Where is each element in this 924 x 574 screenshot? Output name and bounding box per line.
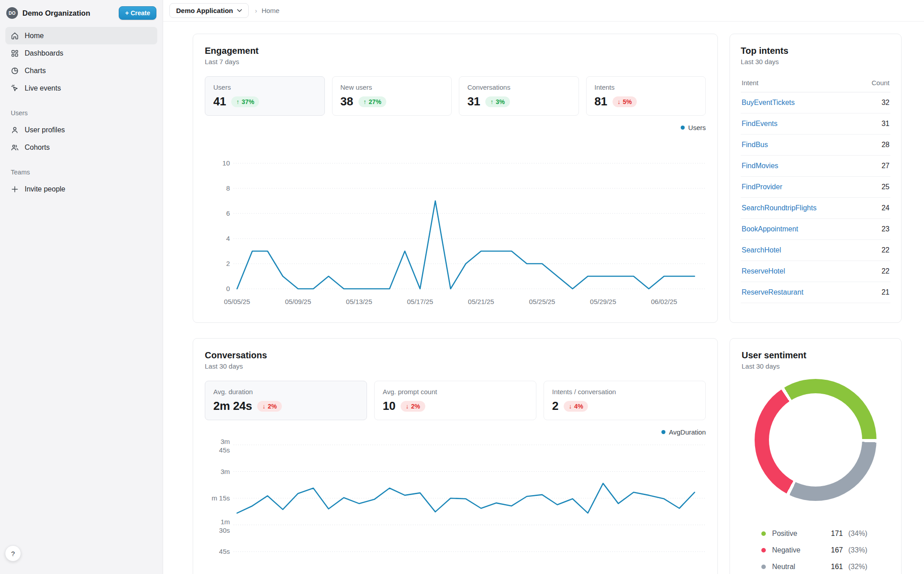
card-title: User sentiment	[742, 350, 889, 361]
intent-link[interactable]: SearchRoundtripFlights	[741, 198, 860, 219]
chevron-right-icon: ›	[255, 7, 257, 14]
legend-label: AvgDuration	[669, 428, 706, 436]
stat-delta-badge: ↑27%	[358, 96, 386, 107]
user-sentiment-card: User sentiment Last 30 days Positive 171…	[730, 338, 902, 574]
dashboards-icon	[11, 49, 19, 57]
legend-dot-icon	[681, 126, 685, 130]
sidebar-item-label: User profiles	[25, 126, 65, 134]
sidebar-item-cohorts[interactable]: Cohorts	[5, 139, 157, 156]
chevron-down-icon	[237, 9, 242, 12]
positive-dot-icon	[761, 531, 766, 536]
negative-dot-icon	[761, 548, 766, 552]
stat-label: Intents / conversation	[552, 388, 697, 396]
svg-text:10: 10	[222, 159, 230, 167]
intent-link[interactable]: ReserveRestaurant	[741, 282, 860, 303]
stat-label: Avg. duration	[213, 388, 358, 396]
arrow-down-icon: ↓	[406, 403, 409, 410]
sidebar-section-teams: Teams	[0, 157, 163, 179]
app-switcher[interactable]: Demo Application	[169, 3, 249, 18]
stat-delta-badge: ↓5%	[613, 96, 637, 107]
live-events-icon	[11, 84, 19, 92]
create-button[interactable]: + Create	[119, 6, 156, 20]
legend-item-neutral: Neutral 161 (32%)	[761, 558, 881, 574]
stat-tile-intents-per-conversation[interactable]: Intents / conversation 2 ↓4%	[544, 381, 706, 420]
top-bar: Demo Application › Home	[163, 0, 924, 22]
svg-text:05/05/25: 05/05/25	[224, 298, 250, 304]
legend-percent: (33%)	[848, 546, 881, 554]
svg-text:05/13/25: 05/13/25	[346, 298, 372, 304]
svg-text:05/09/25: 05/09/25	[285, 298, 311, 304]
donut-hole	[769, 393, 862, 487]
org-row: DO Demo Organization + Create	[0, 4, 163, 26]
top-intents-card: Top intents Last 30 days Intent Count Bu…	[730, 34, 902, 323]
sidebar-item-live-events[interactable]: Live events	[5, 79, 157, 97]
svg-text:8: 8	[226, 184, 230, 192]
svg-text:06/02/25: 06/02/25	[651, 298, 677, 304]
sidebar-item-user-profiles[interactable]: User profiles	[5, 121, 157, 139]
arrow-up-icon: ↑	[363, 98, 367, 105]
svg-text:3m: 3m	[220, 468, 230, 475]
sidebar: DO Demo Organization + Create Home Dashb…	[0, 0, 163, 574]
home-icon	[11, 32, 19, 40]
engagement-card: Engagement Last 7 days Users 41 ↑37% New…	[193, 34, 718, 323]
sidebar-item-charts[interactable]: Charts	[5, 62, 157, 79]
intent-link[interactable]: BuyEventTickets	[741, 92, 860, 113]
table-row: FindProvider25	[741, 177, 890, 198]
stat-delta-badge: ↓4%	[564, 401, 588, 412]
stat-tile-intents[interactable]: Intents 81 ↓5%	[586, 76, 706, 116]
stat-tile-conversations[interactable]: Conversations 31 ↑3%	[459, 76, 579, 116]
intent-link[interactable]: FindProvider	[741, 177, 860, 198]
legend-item-negative: Negative 167 (33%)	[761, 542, 881, 558]
table-row: FindMovies27	[741, 156, 890, 177]
stat-tile-users[interactable]: Users 41 ↑37%	[205, 76, 325, 116]
sidebar-item-dashboards[interactable]: Dashboards	[5, 44, 157, 62]
stat-tile-new-users[interactable]: New users 38 ↑27%	[332, 76, 452, 116]
legend-percent: (34%)	[848, 530, 881, 538]
stat-value: 81	[595, 95, 607, 109]
arrow-down-icon: ↓	[569, 403, 572, 410]
stat-label: Conversations	[467, 83, 570, 91]
legend-count: 161	[822, 563, 843, 571]
sidebar-item-invite-people[interactable]: Invite people	[5, 180, 157, 198]
intent-count: 23	[860, 219, 890, 240]
sidebar-item-label: Invite people	[25, 185, 65, 193]
app-switcher-label: Demo Application	[176, 7, 233, 14]
intent-count: 24	[860, 198, 890, 219]
sidebar-item-label: Cohorts	[25, 144, 50, 152]
stat-value: 31	[467, 95, 480, 109]
breadcrumb-home[interactable]: Home	[262, 7, 280, 14]
card-subtitle: Last 30 days	[742, 362, 889, 370]
plus-icon	[11, 185, 19, 193]
legend-label: Negative	[772, 546, 822, 554]
svg-text:05/25/25: 05/25/25	[529, 298, 555, 304]
stat-tile-avg-duration[interactable]: Avg. duration 2m 24s ↓2%	[205, 381, 367, 420]
intent-link[interactable]: BookAppointment	[741, 219, 860, 240]
legend-label: Users	[688, 124, 706, 131]
sidebar-item-label: Dashboards	[25, 49, 63, 57]
sidebar-item-home[interactable]: Home	[5, 27, 157, 44]
svg-text:2: 2	[226, 260, 230, 267]
intent-link[interactable]: SearchHotel	[741, 240, 860, 261]
table-row: FindBus28	[741, 135, 890, 156]
column-header-count: Count	[860, 74, 890, 92]
chart-legend: AvgDuration	[205, 427, 706, 436]
org-name: Demo Organization	[22, 9, 119, 17]
column-header-intent: Intent	[741, 74, 860, 92]
arrow-down-icon: ↓	[617, 98, 621, 105]
intent-link[interactable]: FindBus	[741, 135, 860, 156]
svg-text:05/29/25: 05/29/25	[590, 298, 616, 304]
stat-tile-avg-prompt-count[interactable]: Avg. prompt count 10 ↓2%	[374, 381, 536, 420]
svg-text:3m45s: 3m45s	[219, 438, 230, 454]
help-button[interactable]: ?	[5, 545, 21, 561]
intent-link[interactable]: FindEvents	[741, 113, 860, 135]
stat-value: 10	[383, 399, 395, 413]
intent-link[interactable]: ReserveHotel	[741, 261, 860, 282]
intent-link[interactable]: FindMovies	[741, 156, 860, 177]
stat-label: Users	[213, 83, 316, 91]
legend-label: Positive	[772, 530, 822, 538]
sidebar-item-label: Live events	[25, 84, 61, 92]
card-subtitle: Last 7 days	[205, 58, 706, 65]
org-avatar: DO	[6, 7, 18, 19]
intent-count: 32	[860, 92, 890, 113]
card-title: Engagement	[205, 46, 706, 56]
